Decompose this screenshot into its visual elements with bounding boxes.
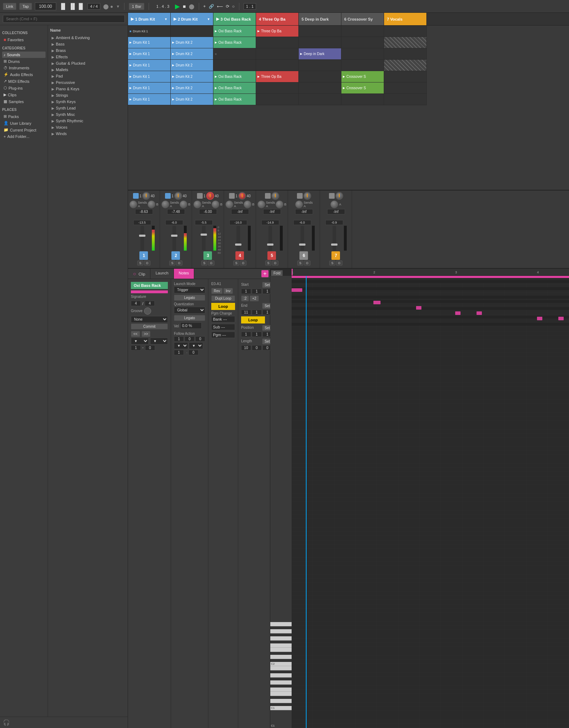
tab-notes[interactable]: Notes [174,269,195,279]
ch2-fader[interactable] [172,226,176,251]
clip-slot[interactable]: ▶ Drum Kit 1 [128,82,170,94]
ch4-send-b-knob[interactable] [244,200,251,208]
len-beat[interactable] [252,345,262,350]
cat-brass[interactable]: ▶ Brass [50,47,126,54]
quantization-select[interactable]: Global [174,307,205,314]
ch1-send-a-knob[interactable] [129,200,137,208]
ch5-pan-knob[interactable] [271,192,279,200]
piano-key-gs1[interactable] [270,678,292,680]
ch7-number-btn[interactable]: 7 [331,251,340,260]
clip-slot[interactable] [299,60,341,71]
next-clip-btn[interactable]: >> [142,331,151,337]
clip-slot[interactable] [341,94,384,105]
clip-color-bar[interactable] [131,290,168,293]
clip-slot[interactable] [256,94,298,105]
ch6-activator[interactable] [297,193,303,199]
inv-btn[interactable]: Inv [223,288,233,294]
ch7-fader-thumb[interactable] [331,243,337,246]
fa-select-2[interactable]: ▼ [189,342,203,349]
ch6-fader[interactable] [301,226,304,251]
sidebar-item-current-project[interactable]: 📁 Current Project [2,127,46,133]
fa-input-2[interactable] [185,336,195,342]
clip-slot[interactable] [384,82,426,94]
ch5-fader[interactable] [268,226,272,251]
ch7-fader[interactable] [333,226,336,251]
ch4-fader[interactable] [236,226,240,251]
ch7-send-a-knob[interactable] [330,200,338,208]
clip-slot[interactable] [384,48,426,60]
track-header-7[interactable]: 7 Vocals [384,13,427,25]
cat-guitar[interactable]: ▶ Guitar & Plucked [50,60,126,66]
piano-key-cs1[interactable] [270,703,292,706]
track-header-5[interactable]: 5 Deep in Dark [299,13,341,25]
ch3-activator[interactable] [197,193,203,199]
clip-slot[interactable]: ▶ Drum Kit 2 [171,60,213,71]
start-beat[interactable] [252,289,262,294]
cat-piano[interactable]: ▶ Piano & Keys [50,86,126,92]
ch6-fader-thumb[interactable] [299,243,305,246]
launch-mode-select[interactable]: ▼ [131,338,149,344]
loop-btn-2[interactable]: Loop [241,316,265,323]
track-header-1[interactable]: ▶ 1 Drum Kit ▼ [128,13,171,25]
clip-slot[interactable]: ▶ Oxi Bass Rack [213,82,256,94]
ch6-solo-btn[interactable]: S [297,261,303,266]
cat-synth-keys[interactable]: ▶ Synth Keys [50,98,126,105]
pos-minus-btn[interactable]: :2 [241,295,249,301]
ch1-fader[interactable] [140,226,144,251]
clip-slot[interactable]: ▶ Crossover S [341,71,384,82]
cat-voices[interactable]: ▶ Voices [50,124,126,130]
dupl-loop-btn[interactable]: Dupl.Loop [211,295,235,301]
piano-key-e1[interactable] [270,692,292,696]
clip-slot[interactable] [341,60,384,71]
legato2-btn[interactable]: Legato [174,315,205,321]
signature-denominator[interactable] [145,301,155,306]
ch5-mute-btn[interactable]: ⊙ [272,261,278,266]
piano-key-g1[interactable] [270,680,292,685]
note-block[interactable] [455,311,461,315]
ch7-pan-knob[interactable] [335,192,343,200]
piano-key-cs2[interactable] [270,659,292,662]
clip-slot[interactable]: ▶ Drum Kit 2 [171,94,213,105]
ch2-solo-btn[interactable]: S [169,261,175,266]
clip-slot[interactable] [256,60,298,71]
clip-slot[interactable]: ▶ Drum Kit 2 [171,48,213,60]
count-input-2[interactable] [145,345,155,350]
ch2-fader-thumb[interactable] [171,235,177,237]
clip-slot[interactable]: ▶ Drum Kit 2 [171,82,213,94]
stop-button[interactable]: ■ [183,4,186,9]
ch5-send-a-knob[interactable] [257,200,265,208]
ch1-solo-btn[interactable]: S [137,261,143,266]
ch2-number-btn[interactable]: 2 [171,251,180,260]
note-block[interactable] [373,301,381,304]
clip-slot[interactable]: ▶ Drum Kit 1 [128,71,170,82]
piano-key-c2[interactable]: C2 [270,662,292,666]
piano-key-fs2[interactable] [270,641,292,643]
ch2-send-a-knob[interactable] [161,200,169,208]
piano-key-as2[interactable] [270,626,292,629]
clip-slot[interactable] [384,94,426,105]
cat-synth-rhythmic[interactable]: ▶ Synth Rhythmic [50,118,126,124]
piano-key-c1[interactable]: C1 [270,706,292,710]
track-header-3[interactable]: ▶ 3 Oxi Bass Rack [213,13,256,25]
ch4-fader-thumb[interactable] [235,243,241,246]
ch2-send-b-knob[interactable] [180,200,187,208]
sidebar-item-clips[interactable]: ▶ Clips [2,91,46,98]
follow-action-select[interactable]: ▼ [150,338,168,344]
clip-slot[interactable] [341,48,384,60]
clip-slot[interactable]: ▶ Three Op Ba [256,26,298,37]
note-block[interactable] [416,306,421,310]
clip-slot[interactable] [384,37,426,48]
ch2-mute-btn[interactable]: ⊙ [176,261,182,266]
clip-slot[interactable] [384,26,426,37]
groove-select[interactable]: None [131,316,168,323]
clip-slot[interactable]: ▶ Oxi Bass Rack [213,94,256,105]
cat-winds[interactable]: ▶ Winds [50,130,126,137]
pos-plus-btn[interactable]: +2 [250,295,259,301]
track-header-2[interactable]: ▶ 2 Drum Kit ▼ [171,13,213,25]
piano-key-f1[interactable] [270,687,292,692]
commit-btn[interactable]: Commit [131,323,168,330]
fa-input-3[interactable] [195,336,205,342]
piano-key-f2[interactable] [270,643,292,648]
piano-key-ds1[interactable] [270,696,292,699]
ch2-pan-knob[interactable] [174,192,182,200]
